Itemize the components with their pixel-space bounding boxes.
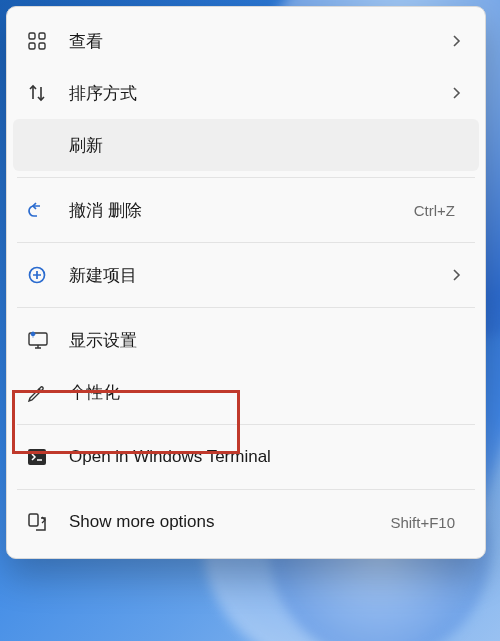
menu-item-label: Show more options	[69, 512, 390, 532]
menu-item-label: 显示设置	[69, 329, 461, 352]
menu-separator	[17, 307, 475, 308]
menu-item-undo-delete[interactable]: 撤消 删除 Ctrl+Z	[13, 184, 479, 236]
menu-item-show-more[interactable]: Show more options Shift+F10	[13, 496, 479, 548]
chevron-right-icon	[445, 86, 461, 100]
svg-rect-8	[29, 514, 38, 526]
svg-rect-0	[29, 33, 35, 39]
menu-separator	[17, 489, 475, 490]
svg-rect-1	[39, 33, 45, 39]
menu-item-shortcut: Ctrl+Z	[414, 202, 455, 219]
menu-separator	[17, 242, 475, 243]
menu-separator	[17, 177, 475, 178]
menu-item-sort[interactable]: 排序方式	[13, 67, 479, 119]
menu-item-display-settings[interactable]: 显示设置	[13, 314, 479, 366]
sort-icon	[27, 83, 69, 103]
display-settings-icon	[27, 330, 69, 350]
view-icon	[27, 31, 69, 51]
terminal-icon	[27, 448, 69, 466]
menu-item-refresh[interactable]: 刷新	[13, 119, 479, 171]
menu-item-label: 新建项目	[69, 264, 445, 287]
menu-item-label: Open in Windows Terminal	[69, 447, 461, 467]
svg-rect-2	[29, 43, 35, 49]
chevron-right-icon	[445, 34, 461, 48]
svg-rect-3	[39, 43, 45, 49]
menu-item-label: 撤消 删除	[69, 199, 414, 222]
menu-item-label: 个性化	[69, 381, 461, 404]
desktop-context-menu: 查看 排序方式 刷新 撤消 删除 Ctrl+Z	[6, 6, 486, 559]
personalize-icon	[27, 382, 69, 402]
svg-rect-7	[28, 449, 46, 465]
new-icon	[27, 265, 69, 285]
menu-item-view[interactable]: 查看	[13, 15, 479, 67]
menu-item-new[interactable]: 新建项目	[13, 249, 479, 301]
chevron-right-icon	[445, 268, 461, 282]
show-more-icon	[27, 512, 69, 532]
menu-item-label: 刷新	[69, 134, 461, 157]
menu-item-terminal[interactable]: Open in Windows Terminal	[13, 431, 479, 483]
menu-item-label: 查看	[69, 30, 445, 53]
menu-item-label: 排序方式	[69, 82, 445, 105]
menu-item-shortcut: Shift+F10	[390, 514, 455, 531]
undo-icon	[27, 200, 69, 220]
menu-separator	[17, 424, 475, 425]
menu-item-personalize[interactable]: 个性化	[13, 366, 479, 418]
